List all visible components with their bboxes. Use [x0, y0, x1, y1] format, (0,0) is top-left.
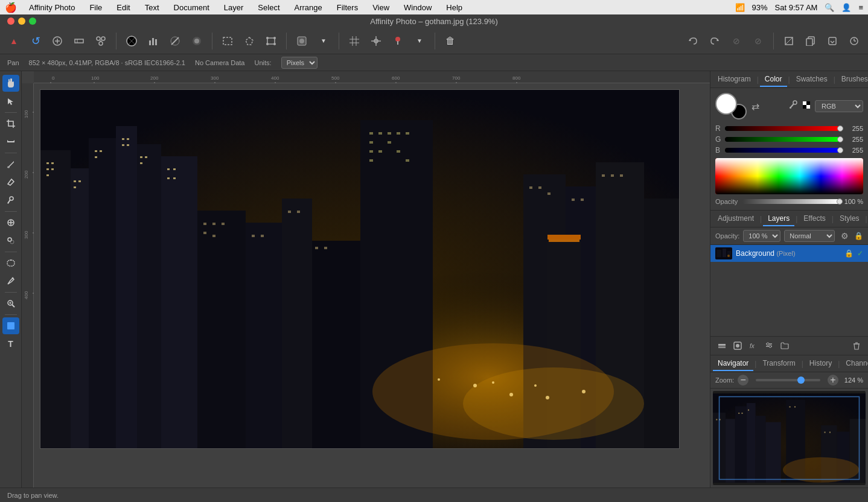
- zoom-slider-thumb[interactable]: [797, 376, 805, 384]
- menu-filters[interactable]: Filters: [334, 3, 360, 12]
- healing-tool[interactable]: [2, 214, 19, 231]
- units-select[interactable]: Pixels: [281, 57, 318, 69]
- forward-button[interactable]: ⊘: [749, 32, 767, 50]
- crop-tool[interactable]: [2, 115, 19, 132]
- tab-transform[interactable]: Transform: [758, 357, 800, 371]
- tab-brushes[interactable]: Brushes: [837, 72, 868, 87]
- layer-visible-check[interactable]: ✓: [857, 249, 863, 258]
- tab-adjustment[interactable]: Adjustment: [713, 212, 759, 226]
- menu-affinity-photo[interactable]: Affinity Photo: [27, 3, 77, 12]
- eraser-tool[interactable]: [2, 174, 19, 191]
- hand-tool[interactable]: [2, 75, 19, 92]
- layer-opacity-select[interactable]: 100 %: [743, 230, 780, 242]
- color-spectrum[interactable]: [715, 158, 863, 194]
- develop-persona-button[interactable]: [48, 32, 66, 50]
- add-folder-button[interactable]: [778, 339, 791, 352]
- levels-button[interactable]: [144, 32, 162, 50]
- swap-colors-button[interactable]: ⇄: [752, 101, 759, 112]
- b-slider-container[interactable]: [725, 147, 840, 153]
- inpainting-button[interactable]: [293, 32, 311, 50]
- freehand-select-button[interactable]: [240, 32, 258, 50]
- rectangular-marquee-button[interactable]: [219, 32, 237, 50]
- snapping-button[interactable]: [367, 32, 385, 50]
- tab-histogram[interactable]: Histogram: [713, 72, 756, 87]
- g-slider-container[interactable]: [725, 136, 840, 142]
- resize-button[interactable]: [780, 32, 798, 50]
- brush-tool[interactable]: [2, 156, 19, 173]
- control-center-icon[interactable]: ≡: [858, 3, 863, 12]
- blur-button[interactable]: [188, 32, 206, 50]
- black-point-button[interactable]: [803, 100, 810, 113]
- delete-button[interactable]: 🗑: [441, 32, 459, 50]
- backward-button[interactable]: ⊘: [727, 32, 745, 50]
- mask-dropdown[interactable]: ▼: [314, 32, 333, 50]
- zoom-slider[interactable]: [756, 379, 820, 381]
- add-layer-button[interactable]: [715, 339, 729, 352]
- r-slider-container[interactable]: [725, 126, 840, 132]
- menu-layer[interactable]: Layer: [222, 3, 246, 12]
- curves-button[interactable]: [166, 32, 184, 50]
- tab-color[interactable]: Color: [760, 72, 787, 87]
- history-button[interactable]: [845, 32, 863, 50]
- navigator-preview[interactable]: [713, 391, 866, 485]
- pixel-persona-button[interactable]: [70, 32, 88, 50]
- tab-history[interactable]: History: [805, 357, 837, 371]
- opacity-slider-container[interactable]: [742, 199, 840, 205]
- menu-arrange[interactable]: Arrange: [292, 3, 325, 12]
- zoom-out-button[interactable]: −: [738, 375, 748, 386]
- embed-button[interactable]: [823, 32, 841, 50]
- tab-channels[interactable]: Channels: [841, 357, 868, 371]
- text-tool[interactable]: T: [2, 335, 19, 352]
- paint-brush-button[interactable]: [389, 32, 407, 50]
- export-persona-button[interactable]: [92, 32, 110, 50]
- color-wheel-button[interactable]: [123, 32, 141, 50]
- eyedropper-tool[interactable]: [2, 192, 19, 209]
- redo-button[interactable]: [706, 32, 724, 50]
- undo-history-button[interactable]: ↺: [27, 32, 45, 50]
- add-live-filter-button[interactable]: [762, 339, 776, 352]
- g-slider-knob[interactable]: [837, 136, 843, 142]
- foreground-color[interactable]: [715, 93, 737, 115]
- zoom-in-button[interactable]: +: [828, 375, 838, 386]
- copy-button[interactable]: [802, 32, 820, 50]
- clone-tool[interactable]: [2, 232, 19, 249]
- layer-row-background[interactable]: Background (Pixel) 🔒 ✓: [710, 245, 868, 262]
- menu-text[interactable]: Text: [142, 3, 162, 12]
- color-mode-select[interactable]: RGB CMYK HSL: [815, 100, 863, 112]
- pointer-tool[interactable]: [2, 93, 19, 110]
- tab-layers[interactable]: Layers: [763, 212, 794, 226]
- tab-styles[interactable]: Styles: [835, 212, 864, 226]
- delete-layer-button[interactable]: [850, 339, 863, 352]
- add-mask-button[interactable]: [731, 339, 744, 352]
- lasso-tool[interactable]: [2, 255, 19, 272]
- canvas-image[interactable]: [40, 89, 680, 449]
- add-adjustment-button[interactable]: fx: [747, 339, 760, 352]
- transform-button[interactable]: [262, 32, 280, 50]
- tab-swatches[interactable]: Swatches: [791, 72, 832, 87]
- maximize-button[interactable]: [29, 17, 36, 25]
- undo-button[interactable]: [684, 32, 702, 50]
- menu-window[interactable]: Window: [401, 3, 434, 12]
- apple-menu[interactable]: 🍎: [5, 2, 17, 13]
- pen-tool[interactable]: [2, 273, 19, 290]
- menu-select[interactable]: Select: [255, 3, 282, 12]
- menu-file[interactable]: File: [87, 3, 104, 12]
- menu-document[interactable]: Document: [171, 3, 212, 12]
- opacity-slider-knob[interactable]: [837, 199, 843, 205]
- r-slider-knob[interactable]: [837, 126, 843, 132]
- eyedropper-color-button[interactable]: [788, 100, 798, 113]
- close-button[interactable]: [7, 17, 14, 25]
- menu-help[interactable]: Help: [444, 3, 465, 12]
- search-icon[interactable]: 🔍: [825, 3, 834, 12]
- zoom-tool[interactable]: [2, 295, 19, 312]
- brush-dropdown[interactable]: ▼: [410, 32, 429, 50]
- layer-blend-select[interactable]: Normal Multiply Screen Overlay: [784, 230, 835, 242]
- tab-navigator[interactable]: Navigator: [713, 357, 753, 371]
- straighten-tool[interactable]: [2, 133, 19, 150]
- layer-gear-button[interactable]: ⚙: [838, 230, 850, 242]
- shape-tool[interactable]: [2, 317, 19, 334]
- canvas-area[interactable]: 0 100 200 300 400 500 600 700 800: [22, 71, 710, 488]
- menu-view[interactable]: View: [370, 3, 392, 12]
- minimize-button[interactable]: [18, 17, 25, 25]
- grid-button[interactable]: [345, 32, 363, 50]
